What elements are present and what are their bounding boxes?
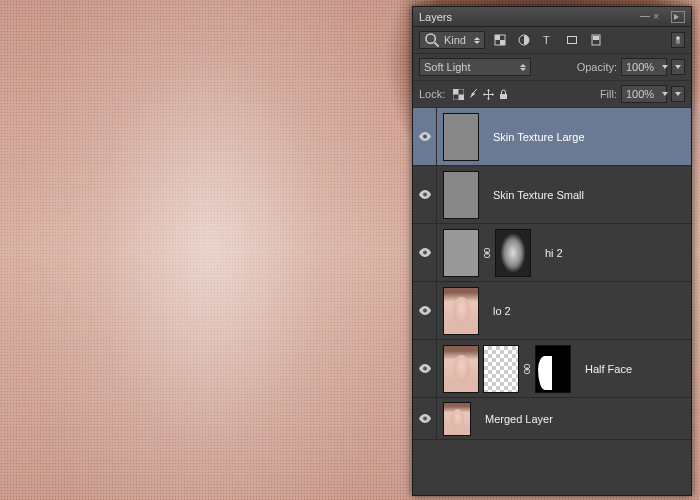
- mask-link-icon[interactable]: [483, 248, 491, 258]
- layer-thumbnails: [437, 287, 485, 335]
- svg-rect-9: [593, 36, 599, 40]
- layer-name[interactable]: Skin Texture Large: [493, 131, 585, 143]
- svg-rect-15: [500, 94, 507, 99]
- filter-type-label: Kind: [444, 34, 466, 46]
- layer-thumbnail[interactable]: [443, 171, 479, 219]
- layer-row[interactable]: Skin Texture Large: [413, 108, 691, 166]
- filter-adjustment-icon[interactable]: [515, 32, 533, 48]
- layer-name[interactable]: Skin Texture Small: [493, 189, 584, 201]
- filter-shape-icon[interactable]: [563, 32, 581, 48]
- layer-thumbnail[interactable]: [443, 402, 471, 436]
- visibility-toggle[interactable]: [413, 340, 437, 397]
- fill-label: Fill:: [600, 88, 617, 100]
- svg-point-16: [423, 135, 427, 139]
- layer-thumbnails: [437, 229, 537, 277]
- svg-rect-4: [500, 40, 505, 45]
- layer-thumbnail[interactable]: [443, 113, 479, 161]
- lock-pixels-icon[interactable]: [468, 89, 479, 100]
- layer-row[interactable]: Skin Texture Small: [413, 166, 691, 224]
- layer-name[interactable]: Merged Layer: [485, 413, 553, 425]
- layer-thumbnail[interactable]: [483, 345, 519, 393]
- layer-thumbnails: [437, 113, 485, 161]
- layer-mask-thumbnail[interactable]: [495, 229, 531, 277]
- blend-mode-value: Soft Light: [424, 61, 470, 73]
- mask-link-icon[interactable]: [523, 364, 531, 374]
- svg-point-0: [426, 34, 435, 43]
- collapse-icon[interactable]: [640, 16, 650, 17]
- svg-point-17: [423, 193, 427, 197]
- opacity-value: 100%: [626, 61, 654, 73]
- visibility-toggle[interactable]: [413, 224, 437, 281]
- fill-input[interactable]: 100%: [621, 85, 667, 103]
- layer-row[interactable]: Merged Layer: [413, 398, 691, 440]
- panel-menu-button[interactable]: [671, 11, 685, 23]
- layer-thumbnail[interactable]: [443, 345, 479, 393]
- svg-point-18: [423, 251, 427, 255]
- svg-point-11: [677, 37, 680, 40]
- layers-panel: Layers × Kind T Soft Light Opacity:: [412, 6, 692, 496]
- blend-opacity-row: Soft Light Opacity: 100%: [413, 54, 691, 81]
- layer-name[interactable]: hi 2: [545, 247, 563, 259]
- opacity-flyout[interactable]: [671, 59, 685, 75]
- layer-thumbnails: [437, 171, 485, 219]
- panel-title[interactable]: Layers: [419, 11, 452, 23]
- layer-name[interactable]: lo 2: [493, 305, 511, 317]
- visibility-toggle[interactable]: [413, 108, 437, 165]
- lock-position-icon[interactable]: [483, 89, 494, 100]
- filter-smart-icon[interactable]: [587, 32, 605, 48]
- svg-point-22: [423, 309, 427, 313]
- fill-flyout[interactable]: [671, 86, 685, 102]
- lock-all-icon[interactable]: [498, 89, 509, 100]
- opacity-input[interactable]: 100%: [621, 58, 667, 76]
- lock-transparency-icon[interactable]: [453, 89, 464, 100]
- layers-list[interactable]: Skin Texture LargeSkin Texture Smallhi 2…: [413, 108, 691, 495]
- layer-thumbnails: [437, 345, 577, 393]
- filter-type-text-icon[interactable]: T: [539, 32, 557, 48]
- close-icon[interactable]: ×: [653, 11, 659, 22]
- visibility-toggle[interactable]: [413, 282, 437, 339]
- filter-toggle-switch[interactable]: [671, 32, 685, 48]
- svg-point-27: [423, 417, 427, 421]
- layer-row[interactable]: Half Face: [413, 340, 691, 398]
- svg-rect-7: [568, 37, 577, 44]
- lock-fill-row: Lock: Fill: 100%: [413, 81, 691, 108]
- visibility-toggle[interactable]: [413, 166, 437, 223]
- svg-text:T: T: [543, 34, 550, 46]
- lock-label: Lock:: [419, 88, 445, 100]
- blend-mode-dropdown[interactable]: Soft Light: [419, 58, 531, 76]
- layer-filter-row: Kind T: [413, 27, 691, 54]
- svg-rect-3: [495, 35, 500, 40]
- layer-row[interactable]: lo 2: [413, 282, 691, 340]
- layer-thumbnail[interactable]: [443, 287, 479, 335]
- panel-tab-controls: ×: [640, 11, 659, 22]
- layer-row[interactable]: hi 2: [413, 224, 691, 282]
- svg-rect-13: [453, 89, 459, 95]
- svg-point-23: [423, 367, 427, 371]
- visibility-toggle[interactable]: [413, 398, 437, 439]
- search-icon: [424, 32, 440, 48]
- filter-pixel-icon[interactable]: [491, 32, 509, 48]
- layer-thumbnail[interactable]: [443, 229, 479, 277]
- fill-value: 100%: [626, 88, 654, 100]
- layer-thumbnail[interactable]: [535, 345, 571, 393]
- svg-line-1: [435, 43, 439, 47]
- layer-thumbnails: [437, 402, 477, 436]
- svg-rect-14: [459, 94, 465, 100]
- panel-titlebar[interactable]: Layers ×: [413, 7, 691, 27]
- opacity-label: Opacity:: [577, 61, 617, 73]
- filter-type-dropdown[interactable]: Kind: [419, 31, 485, 49]
- layer-name[interactable]: Half Face: [585, 363, 632, 375]
